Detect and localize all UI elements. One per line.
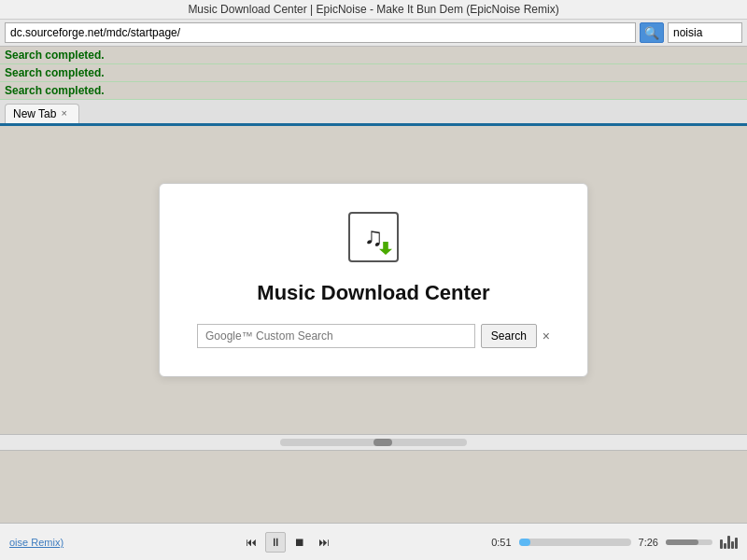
search-row: Search × bbox=[197, 324, 550, 348]
now-playing-label[interactable]: oise Remix) bbox=[9, 537, 84, 548]
scrollbar-track bbox=[280, 439, 467, 446]
url-bar-area: 🔍 bbox=[0, 20, 747, 47]
prev-button[interactable]: ⏮ bbox=[241, 532, 261, 553]
pause-button[interactable]: ⏸ bbox=[265, 532, 286, 553]
custom-search-input[interactable] bbox=[197, 324, 475, 348]
progress-bar[interactable] bbox=[519, 539, 631, 546]
status-bar-3: Search completed. bbox=[0, 82, 747, 100]
status-bar-1: Search completed. bbox=[0, 47, 747, 64]
stop-button[interactable]: ⏹ bbox=[289, 532, 310, 553]
horizontal-scrollbar[interactable] bbox=[0, 434, 747, 451]
volume-bar[interactable] bbox=[666, 539, 712, 545]
equalizer-display bbox=[720, 536, 738, 549]
status-bar-2: Search completed. bbox=[0, 64, 747, 82]
eq-bar-3 bbox=[727, 536, 730, 549]
music-note-icon: ♫ bbox=[364, 222, 384, 252]
eq-bar-1 bbox=[720, 539, 723, 549]
clear-search-button[interactable]: × bbox=[543, 329, 550, 343]
total-time: 7:26 bbox=[639, 537, 658, 548]
eq-bar-4 bbox=[731, 541, 734, 549]
center-card: ♫ Music Download Center Search × bbox=[159, 183, 588, 377]
search-engine-button[interactable]: 🔍 bbox=[640, 22, 664, 43]
next-button[interactable]: ⏭ bbox=[314, 532, 334, 553]
window-title: Music Download Center | EpicNoise - Make… bbox=[188, 3, 558, 16]
url-input[interactable] bbox=[5, 22, 636, 43]
title-bar: Music Download Center | EpicNoise - Make… bbox=[0, 0, 747, 20]
tab-close-button[interactable]: × bbox=[61, 108, 66, 119]
main-content: ♫ Music Download Center Search × bbox=[0, 126, 747, 434]
tab-new-tab[interactable]: New Tab × bbox=[5, 104, 79, 123]
search-engine-icon: 🔍 bbox=[644, 26, 659, 40]
scrollbar-thumb[interactable] bbox=[374, 439, 392, 446]
tab-label: New Tab bbox=[13, 107, 56, 120]
volume-fill bbox=[666, 539, 698, 545]
player-bar: oise Remix) ⏮ ⏸ ⏹ ⏭ 0:51 7:26 bbox=[0, 523, 747, 560]
search-button[interactable]: Search bbox=[481, 324, 537, 348]
volume-area bbox=[666, 539, 712, 545]
current-time: 0:51 bbox=[491, 537, 511, 548]
player-controls: ⏮ ⏸ ⏹ ⏭ bbox=[241, 532, 334, 553]
progress-bar-fill bbox=[519, 539, 530, 546]
app-icon: ♫ bbox=[348, 212, 399, 262]
quick-search-input[interactable] bbox=[668, 22, 742, 43]
tab-bar: New Tab × bbox=[0, 100, 747, 126]
eq-bar-2 bbox=[724, 543, 726, 549]
eq-bar-5 bbox=[735, 538, 738, 549]
app-title: Music Download Center bbox=[257, 281, 489, 305]
